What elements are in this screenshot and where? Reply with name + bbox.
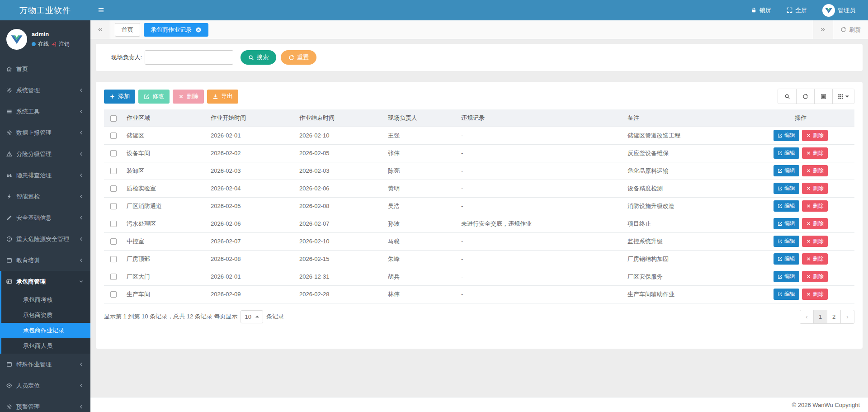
row-edit-button[interactable]: 编辑	[774, 236, 799, 247]
cell-start: 2026-02-02	[207, 144, 296, 162]
cell-area: 厂区大门	[123, 268, 207, 285]
sidebar-item[interactable]: 特殊作业管理	[0, 354, 90, 375]
sidebar-subitem[interactable]: 承包商作业记录	[1, 323, 90, 338]
row-delete-button[interactable]: 删除	[802, 289, 828, 300]
row-delete-button[interactable]: 删除	[802, 200, 828, 212]
page-prev-button[interactable]: ‹	[800, 310, 814, 324]
row-edit-button[interactable]: 编辑	[774, 147, 799, 159]
select-all-checkbox[interactable]	[110, 115, 117, 122]
row-checkbox[interactable]	[110, 238, 117, 245]
tab-refresh-button[interactable]: 刷新	[833, 20, 868, 39]
sidebar-item[interactable]: 预警管理	[0, 396, 90, 412]
sidebar-item[interactable]: 分险分级管理	[0, 143, 90, 165]
row-edit-button[interactable]: 编辑	[774, 218, 799, 229]
tabs-scroll-left-button[interactable]	[90, 20, 110, 39]
row-delete-button[interactable]: 删除	[802, 271, 828, 282]
row-delete-button[interactable]: 删除	[802, 183, 828, 194]
sidebar-item[interactable]: 安全基础信息	[0, 207, 90, 228]
sidebar-menu: 首页系统管理系统工具数据上报管理分险分级管理隐患排查治理智能巡检安全基础信息重大…	[0, 58, 90, 412]
row-delete-button[interactable]: 删除	[802, 253, 828, 265]
copyright-text: © 2026 WanWu Copyright	[792, 402, 860, 408]
logout-link[interactable]: 注销	[59, 40, 70, 48]
row-delete-button[interactable]: 删除	[802, 218, 828, 229]
calendar-icon	[6, 361, 12, 367]
column-header-start: 作业开始时间	[207, 109, 296, 127]
sidebar-item[interactable]: 首页	[0, 58, 90, 80]
tab-close-icon[interactable]	[195, 27, 202, 33]
cell-violation: -	[458, 285, 624, 303]
sidebar-subitem[interactable]: 承包商考核	[1, 292, 90, 308]
tabs-scroll-right-button[interactable]	[813, 20, 833, 39]
sidebar-item[interactable]: 重大危险源安全管理	[0, 228, 90, 250]
row-checkbox[interactable]	[110, 256, 117, 262]
sidebar-toggle-button[interactable]	[90, 0, 111, 20]
row-delete-button[interactable]: 删除	[802, 236, 828, 247]
sidebar-item[interactable]: 数据上报管理	[0, 122, 90, 143]
cell-violation: -	[458, 268, 624, 285]
page-next-button[interactable]: ›	[840, 310, 854, 324]
search-icon	[784, 94, 790, 99]
sidebar-item[interactable]: 承包商管理	[1, 271, 90, 292]
fullscreen-button[interactable]: 全屏	[787, 6, 807, 14]
row-checkbox[interactable]	[110, 291, 117, 298]
cell-end: 2026-12-31	[296, 268, 384, 285]
row-edit-button[interactable]: 编辑	[774, 253, 799, 265]
row-edit-button[interactable]: 编辑	[774, 183, 799, 194]
grid-refresh-button[interactable]	[796, 89, 814, 104]
sidebar-item[interactable]: 教育培训	[0, 250, 90, 271]
row-delete-button[interactable]: 删除	[802, 147, 828, 159]
page-number-button[interactable]: 2	[827, 310, 841, 324]
sidebar-subitem[interactable]: 承包商资质	[1, 308, 90, 323]
tab-contractor-records[interactable]: 承包商作业记录	[144, 23, 208, 37]
row-delete-button[interactable]: 删除	[802, 165, 828, 176]
sidebar-subitem[interactable]: 承包商人员	[1, 338, 90, 354]
grid-search-button[interactable]	[778, 89, 796, 104]
search-field-label: 现场负责人:	[108, 53, 142, 62]
tab-home[interactable]: 首页	[115, 23, 140, 37]
sidebar-item[interactable]: 智能巡检	[0, 186, 90, 207]
delete-button[interactable]: 删除	[173, 90, 204, 104]
cell-end: 2026-02-05	[296, 144, 384, 162]
x-icon	[178, 94, 184, 99]
sidebar-item[interactable]: 系统管理	[0, 80, 90, 101]
row-checkbox[interactable]	[110, 221, 117, 227]
row-edit-button[interactable]: 编辑	[774, 271, 799, 282]
sidebar-item[interactable]: 人员定位	[0, 375, 90, 396]
row-edit-button[interactable]: 编辑	[774, 200, 799, 212]
row-checkbox[interactable]	[110, 203, 117, 209]
main-area: 首页 承包商作业记录 刷新 现场负责人: 搜索 重置	[90, 20, 868, 412]
row-checkbox[interactable]	[110, 133, 117, 139]
export-button-label: 导出	[221, 92, 233, 100]
row-checkbox[interactable]	[110, 150, 117, 156]
modify-button[interactable]: 修改	[138, 90, 170, 104]
table-row: 质检实验室2026-02-042026-02-06黄明-设备精度检测编辑删除	[104, 180, 854, 197]
caret-down-icon	[845, 95, 849, 98]
lock-screen-button[interactable]: 锁屏	[751, 6, 771, 14]
add-button[interactable]: 添加	[104, 90, 135, 104]
sidebar-item[interactable]: 系统工具	[0, 101, 90, 122]
user-menu[interactable]: 管理员	[822, 4, 855, 17]
search-input[interactable]	[145, 50, 233, 65]
page-size-value: 10	[245, 313, 251, 320]
page-size-select[interactable]: 10	[241, 310, 263, 323]
row-delete-button[interactable]: 删除	[802, 130, 828, 141]
grid-columns-button[interactable]	[832, 89, 854, 104]
search-button[interactable]: 搜索	[241, 50, 276, 65]
row-edit-button[interactable]: 编辑	[774, 289, 799, 300]
exclamation-circle-icon	[6, 236, 12, 242]
row-checkbox[interactable]	[110, 168, 117, 174]
row-edit-button[interactable]: 编辑	[774, 165, 799, 176]
grid-detail-view-button[interactable]	[814, 89, 832, 104]
row-checkbox[interactable]	[110, 274, 117, 280]
export-button[interactable]: 导出	[207, 90, 238, 104]
tab-home-label: 首页	[122, 26, 133, 34]
cell-violation: -	[458, 144, 624, 162]
reset-button[interactable]: 重置	[281, 50, 316, 65]
sidebar-item[interactable]: 隐患排查治理	[0, 165, 90, 186]
cell-person: 吴浩	[384, 197, 458, 215]
cell-area: 设备车间	[123, 144, 207, 162]
page-number-button[interactable]: 1	[813, 310, 827, 324]
cell-note: 危化品原料运输	[624, 162, 747, 180]
row-checkbox[interactable]	[110, 185, 117, 192]
row-edit-button[interactable]: 编辑	[774, 130, 799, 141]
